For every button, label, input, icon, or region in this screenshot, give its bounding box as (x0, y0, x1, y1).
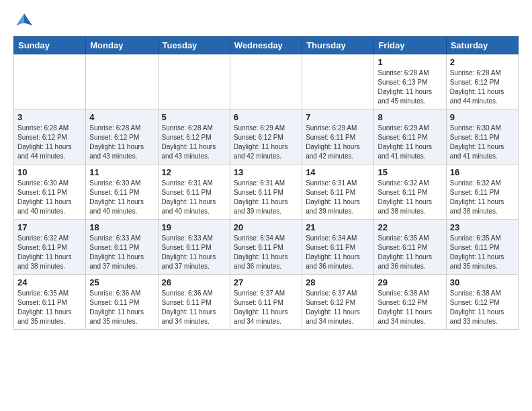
day-cell: 10Sunrise: 6:30 AM Sunset: 6:11 PM Dayli… (14, 165, 86, 220)
day-info: Sunrise: 6:36 AM Sunset: 6:11 PM Dayligh… (162, 289, 226, 326)
calendar: SundayMondayTuesdayWednesdayThursdayFrid… (13, 36, 519, 330)
day-cell: 25Sunrise: 6:36 AM Sunset: 6:11 PM Dayli… (86, 275, 158, 330)
day-cell: 11Sunrise: 6:30 AM Sunset: 6:11 PM Dayli… (86, 165, 158, 220)
day-cell: 2Sunrise: 6:28 AM Sunset: 6:12 PM Daylig… (446, 54, 518, 109)
week-row-5: 24Sunrise: 6:35 AM Sunset: 6:11 PM Dayli… (14, 275, 519, 330)
day-number: 9 (450, 112, 515, 122)
col-header-thursday: Thursday (302, 37, 374, 54)
day-info: Sunrise: 6:37 AM Sunset: 6:12 PM Dayligh… (306, 289, 370, 326)
day-info: Sunrise: 6:28 AM Sunset: 6:12 PM Dayligh… (17, 124, 82, 161)
day-number: 19 (162, 222, 226, 232)
week-row-4: 17Sunrise: 6:32 AM Sunset: 6:11 PM Dayli… (14, 220, 519, 275)
col-header-tuesday: Tuesday (158, 37, 230, 54)
day-cell: 1Sunrise: 6:28 AM Sunset: 6:13 PM Daylig… (374, 54, 446, 109)
day-number: 5 (162, 112, 226, 122)
day-cell: 9Sunrise: 6:30 AM Sunset: 6:11 PM Daylig… (446, 109, 518, 165)
day-info: Sunrise: 6:35 AM Sunset: 6:11 PM Dayligh… (378, 234, 442, 271)
day-info: Sunrise: 6:37 AM Sunset: 6:11 PM Dayligh… (234, 289, 298, 326)
day-info: Sunrise: 6:33 AM Sunset: 6:11 PM Dayligh… (162, 234, 226, 271)
day-cell: 8Sunrise: 6:29 AM Sunset: 6:11 PM Daylig… (374, 109, 446, 165)
day-info: Sunrise: 6:36 AM Sunset: 6:11 PM Dayligh… (89, 289, 154, 326)
day-cell: 18Sunrise: 6:33 AM Sunset: 6:11 PM Dayli… (86, 220, 158, 275)
day-cell: 22Sunrise: 6:35 AM Sunset: 6:11 PM Dayli… (374, 220, 446, 275)
day-number: 12 (162, 167, 226, 177)
day-number: 7 (306, 112, 370, 122)
day-info: Sunrise: 6:38 AM Sunset: 6:12 PM Dayligh… (450, 289, 515, 326)
col-header-sunday: Sunday (14, 37, 86, 54)
day-cell: 28Sunrise: 6:37 AM Sunset: 6:12 PM Dayli… (302, 275, 374, 330)
day-number: 20 (234, 222, 298, 232)
day-info: Sunrise: 6:38 AM Sunset: 6:12 PM Dayligh… (378, 289, 442, 326)
day-info: Sunrise: 6:30 AM Sunset: 6:11 PM Dayligh… (450, 124, 515, 161)
day-number: 22 (378, 222, 442, 232)
day-number: 2 (450, 57, 515, 67)
day-number: 14 (306, 167, 370, 177)
day-number: 23 (450, 222, 515, 232)
day-cell (14, 54, 86, 109)
day-number: 27 (234, 277, 298, 287)
day-cell (302, 54, 374, 109)
col-header-saturday: Saturday (446, 37, 518, 54)
day-cell: 12Sunrise: 6:31 AM Sunset: 6:11 PM Dayli… (158, 165, 230, 220)
day-cell (86, 54, 158, 109)
day-number: 28 (306, 277, 370, 287)
day-info: Sunrise: 6:29 AM Sunset: 6:11 PM Dayligh… (306, 124, 370, 161)
week-row-2: 3Sunrise: 6:28 AM Sunset: 6:12 PM Daylig… (14, 109, 519, 165)
day-number: 4 (89, 112, 154, 122)
day-info: Sunrise: 6:28 AM Sunset: 6:12 PM Dayligh… (89, 124, 154, 161)
logo-icon (15, 11, 34, 30)
day-cell: 21Sunrise: 6:34 AM Sunset: 6:11 PM Dayli… (302, 220, 374, 275)
day-number: 11 (89, 167, 154, 177)
col-header-monday: Monday (86, 37, 158, 54)
day-cell: 24Sunrise: 6:35 AM Sunset: 6:11 PM Dayli… (14, 275, 86, 330)
day-cell: 30Sunrise: 6:38 AM Sunset: 6:12 PM Dayli… (446, 275, 518, 330)
day-info: Sunrise: 6:32 AM Sunset: 6:11 PM Dayligh… (17, 234, 82, 271)
day-cell: 23Sunrise: 6:35 AM Sunset: 6:11 PM Dayli… (446, 220, 518, 275)
day-number: 1 (378, 57, 442, 67)
day-cell: 15Sunrise: 6:32 AM Sunset: 6:11 PM Dayli… (374, 165, 446, 220)
day-number: 15 (378, 167, 442, 177)
day-info: Sunrise: 6:32 AM Sunset: 6:11 PM Dayligh… (378, 179, 442, 216)
day-info: Sunrise: 6:29 AM Sunset: 6:11 PM Dayligh… (378, 124, 442, 161)
day-cell: 14Sunrise: 6:31 AM Sunset: 6:11 PM Dayli… (302, 165, 374, 220)
day-cell: 16Sunrise: 6:32 AM Sunset: 6:11 PM Dayli… (446, 165, 518, 220)
day-info: Sunrise: 6:34 AM Sunset: 6:11 PM Dayligh… (306, 234, 370, 271)
day-number: 18 (89, 222, 154, 232)
header (13, 11, 519, 30)
day-number: 8 (378, 112, 442, 122)
day-cell: 13Sunrise: 6:31 AM Sunset: 6:11 PM Dayli… (230, 165, 302, 220)
day-info: Sunrise: 6:28 AM Sunset: 6:13 PM Dayligh… (378, 68, 442, 106)
day-cell: 20Sunrise: 6:34 AM Sunset: 6:11 PM Dayli… (230, 220, 302, 275)
day-cell: 7Sunrise: 6:29 AM Sunset: 6:11 PM Daylig… (302, 109, 374, 165)
day-cell: 3Sunrise: 6:28 AM Sunset: 6:12 PM Daylig… (14, 109, 86, 165)
day-info: Sunrise: 6:34 AM Sunset: 6:11 PM Dayligh… (234, 234, 298, 271)
col-header-wednesday: Wednesday (230, 37, 302, 54)
day-cell (230, 54, 302, 109)
day-number: 17 (17, 222, 82, 232)
day-number: 13 (234, 167, 298, 177)
day-info: Sunrise: 6:32 AM Sunset: 6:11 PM Dayligh… (450, 179, 515, 216)
day-number: 25 (89, 277, 154, 287)
day-info: Sunrise: 6:31 AM Sunset: 6:11 PM Dayligh… (234, 179, 298, 216)
day-number: 24 (17, 277, 82, 287)
col-header-friday: Friday (374, 37, 446, 54)
svg-marker-1 (16, 13, 24, 26)
week-row-1: 1Sunrise: 6:28 AM Sunset: 6:13 PM Daylig… (14, 54, 519, 109)
header-row: SundayMondayTuesdayWednesdayThursdayFrid… (14, 37, 519, 54)
week-row-3: 10Sunrise: 6:30 AM Sunset: 6:11 PM Dayli… (14, 165, 519, 220)
day-cell: 6Sunrise: 6:29 AM Sunset: 6:12 PM Daylig… (230, 109, 302, 165)
day-number: 29 (378, 277, 442, 287)
day-number: 26 (162, 277, 226, 287)
day-info: Sunrise: 6:28 AM Sunset: 6:12 PM Dayligh… (162, 124, 226, 161)
day-info: Sunrise: 6:28 AM Sunset: 6:12 PM Dayligh… (450, 68, 515, 106)
day-info: Sunrise: 6:30 AM Sunset: 6:11 PM Dayligh… (17, 179, 82, 216)
day-cell: 19Sunrise: 6:33 AM Sunset: 6:11 PM Dayli… (158, 220, 230, 275)
svg-marker-0 (24, 13, 32, 26)
day-info: Sunrise: 6:35 AM Sunset: 6:11 PM Dayligh… (17, 289, 82, 326)
day-info: Sunrise: 6:33 AM Sunset: 6:11 PM Dayligh… (89, 234, 154, 271)
day-info: Sunrise: 6:31 AM Sunset: 6:11 PM Dayligh… (306, 179, 370, 216)
page: SundayMondayTuesdayWednesdayThursdayFrid… (0, 0, 532, 340)
day-cell: 27Sunrise: 6:37 AM Sunset: 6:11 PM Dayli… (230, 275, 302, 330)
day-cell: 4Sunrise: 6:28 AM Sunset: 6:12 PM Daylig… (86, 109, 158, 165)
day-info: Sunrise: 6:30 AM Sunset: 6:11 PM Dayligh… (89, 179, 154, 216)
